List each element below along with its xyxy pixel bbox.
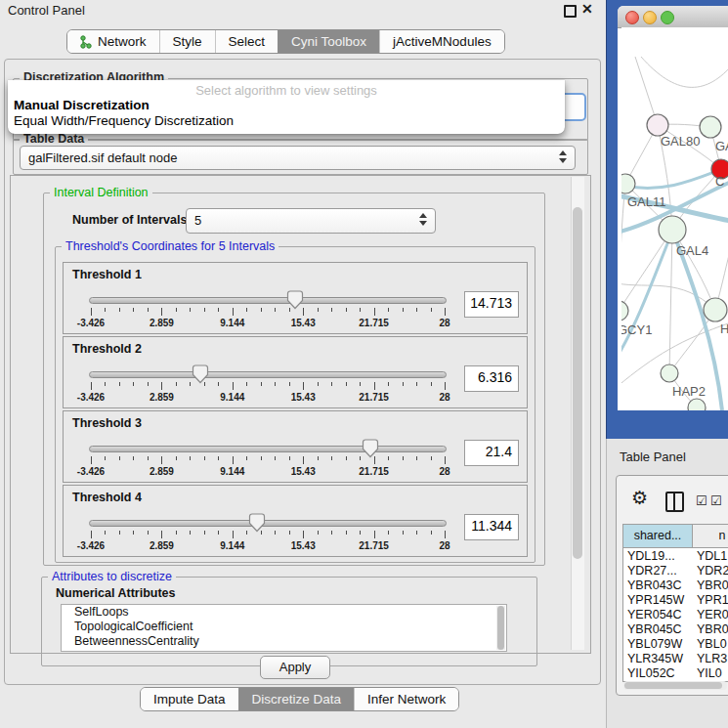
minimize-traffic-icon[interactable] (643, 11, 657, 24)
slider-thumb[interactable] (192, 364, 209, 384)
table-row[interactable]: YBL079WYBL0 (623, 637, 728, 652)
slider-tick (318, 456, 319, 460)
tab-cyni-toolbox[interactable]: Cyni Toolbox (278, 30, 379, 53)
table-cell[interactable]: YDL1 (697, 549, 727, 563)
attributes-scrollbar-thumb[interactable] (497, 606, 504, 650)
table-row[interactable]: YBR043CYBR0 (623, 578, 728, 593)
slider-tick (190, 531, 191, 535)
slider-tick (204, 308, 205, 312)
apply-button[interactable]: Apply (260, 656, 330, 679)
close-traffic-icon[interactable] (625, 11, 639, 24)
network-canvas[interactable]: GAL80GACGAL11GAL4GCY1HHAP2 (621, 27, 728, 410)
slider-thumb[interactable] (248, 513, 266, 533)
vertical-scrollbar-thumb[interactable] (573, 207, 582, 559)
table-row[interactable]: YPR145WYPR1 (623, 593, 728, 608)
tab-impute-data[interactable]: Impute Data (141, 688, 238, 710)
close-icon[interactable]: ✕ (581, 1, 593, 17)
slider-thumb[interactable] (362, 439, 379, 458)
popup-item-equal-width-frequency-discretization[interactable]: Equal Width/Frequency Discretization (8, 113, 565, 129)
gear-icon[interactable]: ⚙ (631, 487, 648, 509)
slider-track[interactable] (89, 371, 447, 378)
threshold-value-field[interactable]: 14.713 (464, 291, 519, 318)
tab-jactivemnodules[interactable]: jActiveMNodules (379, 30, 504, 53)
attributes-scrollbar[interactable] (496, 606, 505, 650)
tab-label: jActiveMNodules (393, 34, 492, 49)
attribute-item-selfloops[interactable]: SelfLoops (62, 605, 506, 620)
tab-network[interactable]: Network (67, 30, 159, 53)
table-cell[interactable]: YIL052C (627, 666, 675, 680)
slider-tick (403, 456, 404, 460)
table-cell[interactable]: YBR0 (697, 578, 728, 592)
slider-tick (275, 531, 276, 535)
slider-track[interactable] (89, 297, 447, 304)
slider-tick-label: 9.144 (220, 540, 244, 551)
threshold-value-field[interactable]: 11.344 (464, 514, 519, 540)
table-cell[interactable]: YDL19... (627, 549, 675, 563)
combo-spinner-icon[interactable] (419, 213, 428, 226)
table-cell[interactable]: YBR043C (627, 578, 682, 592)
table-cell[interactable]: YIL0 (697, 666, 722, 680)
table-row[interactable]: YDL19...YDL1 (623, 549, 728, 564)
column-header-name[interactable]: n (693, 525, 728, 548)
network-node-hap2[interactable] (661, 364, 678, 382)
table-cell[interactable]: YPR145W (627, 593, 684, 607)
threshold-value-field[interactable]: 6.316 (464, 365, 519, 392)
table-row[interactable]: YIL052CYIL0 (623, 666, 728, 681)
network-node-label: GAL4 (676, 243, 708, 258)
table-cell[interactable]: YER0 (697, 608, 728, 621)
table-row[interactable]: YER054CYER0 (623, 608, 728, 622)
table-cell[interactable]: YDR27... (627, 564, 677, 578)
network-node-gcy1[interactable] (621, 301, 628, 321)
table-row[interactable]: YDR27...YDR2 (623, 564, 728, 578)
table-horizontal-scrollbar-thumb[interactable] (624, 682, 722, 689)
table-row[interactable]: YLR345WYLR3 (623, 652, 728, 666)
network-node-gal80[interactable] (647, 114, 668, 136)
panel-title: Control Panel (8, 3, 85, 18)
table-data-combo[interactable]: galFiltered.sif default node (20, 146, 576, 170)
float-window-icon[interactable] (564, 5, 577, 18)
table-cell[interactable]: YLR3 (697, 652, 727, 665)
popup-item-manual-discretization[interactable]: Manual Discretization (8, 98, 565, 113)
checkbox-icon[interactable]: ☑ (696, 493, 707, 508)
column-header-shared[interactable]: shared... (623, 525, 693, 548)
number-of-intervals-combo[interactable]: 5 (186, 208, 436, 234)
table-cell[interactable]: YBL079W (627, 637, 682, 651)
slider-tick (431, 456, 432, 460)
columns-icon[interactable] (665, 492, 684, 512)
threshold-value-field[interactable]: 21.4 (464, 440, 519, 466)
tab-infer-network[interactable]: Infer Network (354, 688, 458, 710)
table-row[interactable]: YBR045CYBR0 (623, 622, 728, 637)
table-cell[interactable]: YBR045C (627, 622, 682, 636)
slider-track[interactable] (89, 520, 447, 527)
table-cell[interactable]: YER054C (627, 608, 682, 621)
tab-select[interactable]: Select (215, 30, 278, 53)
table-cell[interactable]: YBL0 (697, 637, 727, 651)
table-cell[interactable]: YPR1 (697, 593, 728, 607)
threshold-box-1: Threshold 1-3.4262.8599.14415.4321.71528… (63, 262, 528, 334)
network-window-title-bar[interactable] (618, 6, 728, 28)
network-node-gal4[interactable] (659, 216, 686, 243)
table-cell[interactable]: YLR345W (627, 652, 683, 665)
threshold-slider[interactable]: -3.4262.8599.14415.4321.71528 (89, 443, 447, 478)
table-cell[interactable]: YDR2 (697, 564, 728, 578)
network-node-ga[interactable] (700, 116, 721, 138)
checkbox-icon[interactable]: ☑ (710, 493, 722, 508)
attribute-item-betweennesscentrality[interactable]: BetweennessCentrality (62, 634, 506, 649)
tab-style[interactable]: Style (159, 30, 215, 53)
network-node-h[interactable] (704, 298, 727, 321)
zoom-traffic-icon[interactable] (661, 11, 674, 24)
slider-tick (91, 308, 92, 316)
slider-thumb[interactable] (286, 290, 304, 310)
attribute-item-topologicalcoefficient[interactable]: TopologicalCoefficient (62, 620, 506, 634)
threshold-slider[interactable]: -3.4262.8599.14415.4321.71528 (89, 368, 447, 404)
network-node-gal11[interactable] (621, 174, 635, 193)
tab-discretize-data[interactable]: Discretize Data (238, 688, 355, 710)
slider-tick (346, 531, 347, 535)
combo-spinner-icon[interactable] (559, 150, 568, 163)
table-cell[interactable]: YBR0 (697, 622, 728, 636)
threshold-slider[interactable]: -3.4262.8599.14415.4321.71528 (89, 517, 447, 552)
slider-track[interactable] (89, 446, 447, 452)
slider-tick (416, 382, 417, 386)
network-node[interactable] (688, 399, 706, 410)
threshold-slider[interactable]: -3.4262.8599.14415.4321.71528 (89, 294, 447, 329)
